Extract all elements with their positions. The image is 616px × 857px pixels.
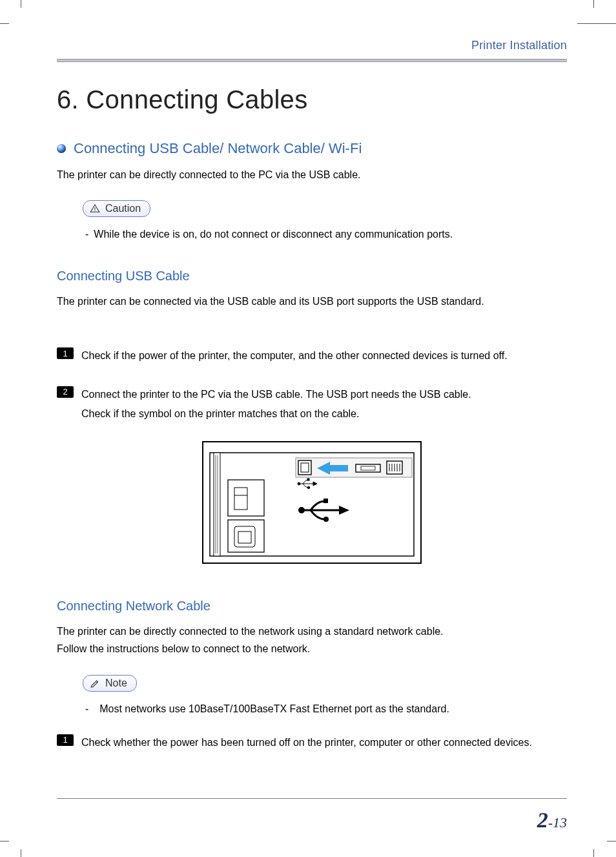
usb-intro: The printer can be connected via the USB… [57, 293, 567, 310]
section-title: Connecting USB Cable/ Network Cable/ Wi-… [74, 140, 362, 157]
svg-line-35 [96, 681, 97, 683]
svg-rect-9 [301, 463, 309, 472]
network-step: 1 Check whether the power has been turne… [57, 733, 567, 752]
section-bullet-icon [57, 144, 66, 153]
svg-point-23 [307, 486, 310, 489]
svg-rect-10 [356, 464, 380, 472]
network-intro: The printer can be directly connected to… [57, 623, 567, 657]
svg-point-20 [298, 482, 300, 485]
network-subtitle: Connecting Network Cable [57, 599, 567, 614]
note-pill: Note [83, 675, 137, 692]
warning-icon [90, 203, 100, 214]
usb-step-text: Connect the printer to the PC via the US… [81, 385, 471, 423]
svg-rect-25 [234, 488, 247, 510]
page-number: 2-13 [57, 808, 567, 832]
pencil-icon [90, 678, 100, 688]
step-number-badge: 2 [57, 386, 74, 398]
caution-label: Caution [105, 203, 141, 214]
section-intro: The printer can be directly connected to… [57, 166, 567, 183]
svg-point-34 [323, 517, 329, 522]
footer-rule [57, 798, 567, 799]
usb-connection-diagram [202, 441, 422, 564]
svg-point-1 [94, 211, 95, 211]
caution-item: -While the device is on, do not connect … [85, 229, 567, 240]
svg-rect-4 [214, 453, 220, 556]
caution-callout: Caution -While the device is on, do not … [83, 200, 567, 240]
step-number-badge: 1 [57, 347, 74, 359]
svg-rect-33 [323, 499, 328, 503]
note-callout: Note - Most networks use 10BaseT/100Base… [83, 675, 567, 715]
step-number-badge: 1 [57, 734, 74, 746]
chapter-title: 6. Connecting Cables [57, 85, 567, 114]
header-rule [57, 59, 567, 62]
note-label: Note [105, 677, 127, 689]
usb-subtitle: Connecting USB Cable [57, 269, 567, 284]
note-item: - Most networks use 10BaseT/100BaseTX Fa… [85, 703, 567, 715]
svg-rect-22 [307, 479, 309, 480]
network-step-text: Check whether the power has been turned … [81, 733, 532, 752]
usb-step: 2 Connect the printer to the PC via the … [57, 385, 567, 423]
usb-step-text: Check if the power of the printer, the c… [81, 346, 508, 366]
usb-step: 1 Check if the power of the printer, the… [57, 346, 567, 366]
svg-rect-28 [234, 526, 255, 547]
running-header: Printer Installation [57, 39, 567, 52]
caution-pill: Caution [83, 200, 150, 217]
